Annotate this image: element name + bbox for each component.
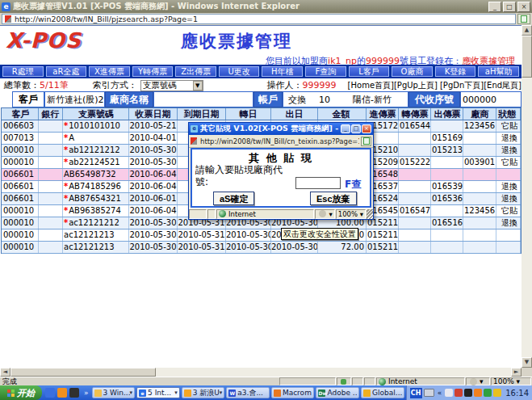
scroll-left-icon[interactable]: ◄	[0, 368, 10, 377]
dialog-minimize-button[interactable]: _	[341, 124, 350, 133]
confirm-button[interactable]: aS確定	[213, 192, 254, 205]
nav-button[interactable]: aR全處	[46, 66, 87, 77]
table-cell: *ab12121212	[63, 145, 129, 156]
taskbar-button[interactable]: Global...	[361, 387, 404, 398]
column-header: 到期日期	[178, 108, 226, 120]
table-cell: 015222	[399, 157, 431, 168]
dialog-security-dropdown[interactable]: ▾	[315, 209, 334, 219]
nav-button[interactable]: Y轉傳票	[132, 66, 174, 77]
page-content: X-POS 應收票據管理 您目前以加盟商ik1_np的999999號員工登錄在：…	[0, 25, 522, 368]
window-titlebar[interactable]: e 應收票據管理V1.01 [X-POS 雲端商務網] - Windows In…	[0, 0, 532, 13]
chevron-collapse-icon[interactable]: «	[436, 389, 444, 397]
dialog-titlebar[interactable]: e 其它貼現 V1.02[X-POS 雲端商務網] - Win... _ □ ×	[189, 123, 373, 135]
printer-icon[interactable]	[424, 389, 434, 397]
taskbar-button[interactable]: 3 新浪UC▾	[182, 387, 225, 398]
nav-button[interactable]: K登錄	[435, 66, 476, 77]
quick-launch-icon[interactable]	[45, 388, 55, 398]
horizontal-scrollbar[interactable]: ◄ ►	[0, 368, 522, 377]
minimize-button[interactable]: _	[488, 2, 501, 12]
taskbar-button[interactable]: Macrom...	[271, 387, 315, 398]
table-cell: 000010	[2, 229, 39, 241]
table-row[interactable]: 000010ac121212132010-05-302010-05-312010…	[2, 242, 521, 254]
nav-button[interactable]: O廠商	[392, 66, 433, 77]
status-green-icon	[341, 379, 346, 385]
nav-button[interactable]: aH幫助	[478, 66, 519, 77]
table-cell	[39, 242, 63, 253]
dialog-zoom-control[interactable]: 100% ▾	[336, 209, 366, 219]
table-cell	[431, 120, 463, 132]
table-cell	[463, 133, 496, 144]
horizontal-scroll-thumb[interactable]	[10, 368, 156, 377]
dialog-restore-button[interactable]: □	[351, 124, 361, 133]
taskbar-button[interactable]: e5 Int...▾	[136, 387, 180, 398]
taskbar-button[interactable]: 3 Win...▾	[92, 387, 136, 398]
chevron-down-icon[interactable]: ▾	[174, 389, 178, 396]
table-cell: 2010-05-30	[271, 242, 318, 253]
vendor-name-input[interactable]	[153, 91, 253, 107]
nav-button[interactable]: X進傳票	[89, 66, 130, 77]
zoom-control[interactable]: 100% ▾	[491, 377, 531, 385]
table-cell: 006601	[2, 181, 39, 192]
tray-icon[interactable]	[464, 389, 472, 397]
total-label: 總筆數：	[4, 79, 40, 91]
quick-launch-icon[interactable]	[57, 388, 67, 398]
table-cell	[39, 217, 63, 229]
security-dropdown[interactable]: ▾	[466, 377, 490, 385]
vertical-scrollbar[interactable]: ▲ ▼	[522, 25, 532, 368]
index-select[interactable]: 支票號碼 ▼	[140, 80, 203, 91]
nav-button[interactable]: R處理	[2, 66, 44, 77]
scroll-right-icon[interactable]: ►	[511, 368, 522, 377]
chevron-down-icon[interactable]: ▾	[130, 389, 133, 396]
chevron-down-icon[interactable]: ▾	[220, 389, 223, 396]
nav-button[interactable]: U更改	[219, 66, 260, 77]
collect-serial-input[interactable]: 000000	[460, 91, 522, 107]
chevron-down-icon[interactable]: ▼	[193, 81, 203, 91]
resize-grip[interactable]	[367, 209, 373, 219]
scroll-up-icon[interactable]: ▲	[522, 25, 532, 36]
table-cell: 015169	[431, 133, 463, 144]
address-input[interactable]: http://win2008/tw/IN_Bill/pjzsearch.asp?…	[2, 14, 516, 24]
table-cell: 015213	[431, 145, 463, 156]
chevron-more-icon[interactable]: »	[82, 389, 90, 397]
task-buttons: 3 Win...▾e5 Int...▾3 新浪UC▾Wa3.會...Macrom…	[90, 387, 406, 398]
vertical-scroll-thumb[interactable]	[522, 36, 532, 78]
scroll-down-icon[interactable]: ▼	[522, 357, 532, 368]
tray-icon[interactable]	[445, 389, 453, 397]
tray-icon[interactable]	[455, 389, 463, 397]
restore-button[interactable]: □	[503, 2, 516, 12]
taskbar-button[interactable]: DwAdobe ...	[316, 387, 359, 398]
tray-icon[interactable]	[493, 389, 501, 397]
table-cell	[431, 242, 463, 253]
taskbar-button[interactable]: Wa3.會...	[226, 387, 270, 398]
table-row[interactable]: 000010ac121212132010-05-302010-05-312010…	[2, 229, 521, 242]
table-cell	[39, 205, 63, 217]
table-cell: 123456	[463, 205, 496, 217]
dialog-go-button[interactable]	[361, 137, 371, 146]
taskbar-button-label: Global...	[372, 389, 402, 397]
account-field[interactable]: 交換 10 陽信-新竹	[283, 91, 408, 107]
tray-icon[interactable]	[484, 389, 492, 397]
scrollbar-corner	[522, 368, 532, 377]
start-button[interactable]: 开始	[0, 385, 42, 400]
nav-button[interactable]: L客戶	[349, 66, 390, 77]
go-button[interactable]	[517, 14, 530, 24]
table-cell: 016536	[431, 193, 463, 204]
table-cell: 000010	[2, 242, 39, 253]
taskbar: 开始 » 3 Win...▾e5 Int...▾3 新浪UC▾Wa3.會...M…	[0, 385, 532, 400]
nav-button[interactable]: F查詢	[305, 66, 346, 77]
close-button[interactable]: ×	[517, 2, 530, 12]
filter-row: 客戶 新竹連社(股)2 廠商名稱 帳戶 交換 10 陽信-新竹 代收序號 000…	[0, 91, 522, 107]
tray-icon[interactable]	[474, 389, 482, 397]
language-indicator[interactable]: CH	[410, 388, 422, 398]
vendor-code-input[interactable]	[295, 177, 341, 189]
account-label: 帳戶	[253, 91, 283, 107]
table-cell	[39, 193, 63, 204]
quick-launch-icon[interactable]	[69, 388, 79, 398]
dialog-prompt: 請輸入要貼現廠商代號:	[195, 164, 286, 188]
customer-input[interactable]: 新竹連社(股)2	[44, 91, 105, 107]
table-cell	[399, 181, 431, 192]
dialog-close-button[interactable]: ×	[362, 124, 371, 133]
cancel-button[interactable]: Esc放棄	[310, 192, 357, 205]
nav-button[interactable]: Z出傳票	[175, 66, 216, 77]
nav-button[interactable]: H年檔	[262, 66, 303, 77]
